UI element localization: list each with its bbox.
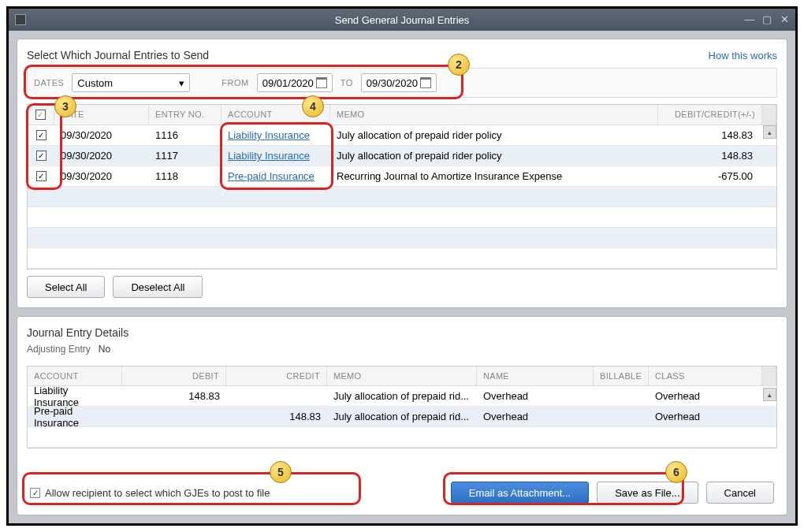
row-entry: 1117 (149, 150, 221, 162)
window-title: Send General Journal Entries (335, 14, 470, 26)
col-memo[interactable]: MEMO (330, 105, 658, 125)
panel-title: Select Which Journal Entries to Send (27, 49, 209, 61)
dates-label: DATES (34, 78, 64, 87)
callout-6: 6 (665, 461, 687, 483)
calendar-icon[interactable] (316, 77, 327, 88)
entries-grid-header: ✓ DATE ENTRY NO. ACCOUNT MEMO DEBIT/CRED… (28, 105, 776, 125)
empty-row (28, 228, 776, 248)
dcol-debit[interactable]: DEBIT (122, 366, 226, 385)
callout-5: 5 (270, 461, 292, 483)
account-link[interactable]: Pre-paid Insurance (228, 170, 315, 182)
row-memo: Recurring Journal to Amortize Insurance … (330, 170, 658, 182)
detail-row[interactable]: Liability Insurance 148.83 July allocati… (28, 386, 776, 407)
empty-row (28, 248, 776, 269)
chevron-down-icon: ▾ (179, 77, 184, 89)
row-dc: 148.83 (658, 129, 762, 141)
date-range-value: Custom (77, 77, 113, 89)
close-icon[interactable]: ✕ (776, 12, 792, 26)
row-dc: 148.83 (658, 150, 762, 162)
select-all-button[interactable]: Select All (27, 276, 105, 298)
entry-row[interactable]: ✓ 09/30/2020 1118 Pre-paid Insurance Rec… (28, 166, 776, 187)
callout-2: 2 (448, 54, 470, 76)
scroll-up-icon[interactable]: ▴ (763, 125, 776, 139)
row-checkbox[interactable]: ✓ (36, 130, 47, 140)
entry-row[interactable]: ✓ 09/30/2020 1117 Liability Insurance Ju… (28, 146, 776, 166)
titlebar: Send General Journal Entries — ▢ ✕ (9, 9, 795, 31)
to-date-input[interactable]: 09/30/2020 (361, 73, 437, 92)
minimize-icon[interactable]: — (742, 12, 757, 26)
empty-row (28, 187, 776, 207)
from-label: FROM (221, 78, 248, 87)
row-date: 09/30/2020 (54, 129, 149, 141)
dcol-account[interactable]: ACCOUNT (28, 366, 122, 385)
adjusting-label: Adjusting Entry (27, 344, 91, 355)
callout-3: 3 (54, 95, 76, 117)
row-checkbox[interactable]: ✓ (36, 171, 47, 181)
send-entries-panel: Select Which Journal Entries to Send How… (17, 39, 787, 308)
empty-row (28, 207, 776, 228)
adjusting-value: No (99, 344, 110, 355)
drow-memo: July allocation of prepaid rid... (327, 390, 477, 402)
details-title: Journal Entry Details (27, 326, 777, 339)
col-debit-credit[interactable]: DEBIT/CREDIT(+/-) (658, 105, 762, 125)
save-file-button[interactable]: Save as File... (597, 482, 698, 504)
row-memo: July allocation of prepaid rider policy (330, 150, 658, 162)
drow-account: Pre-paid Insurance (28, 405, 122, 429)
email-attachment-button[interactable]: Email as Attachment... (451, 482, 589, 504)
from-date-input[interactable]: 09/01/2020 (257, 73, 333, 92)
empty-row (28, 427, 776, 448)
to-label: TO (341, 78, 353, 87)
drow-class: Overhead (649, 411, 762, 422)
entry-row[interactable]: ✓ 09/30/2020 1116 Liability Insurance Ju… (28, 125, 776, 146)
app-icon (15, 14, 26, 25)
deselect-all-button[interactable]: Deselect All (113, 276, 203, 298)
allow-recipient-label: Allow recipient to select which GJEs to … (45, 487, 270, 499)
date-range-dropdown[interactable]: Custom ▾ (72, 73, 190, 92)
allow-recipient-checkbox[interactable]: ✓ (30, 488, 40, 498)
calendar-icon[interactable] (420, 77, 431, 88)
scroll-up-icon[interactable]: ▴ (763, 388, 776, 401)
row-date: 09/30/2020 (54, 170, 149, 182)
from-date-value: 09/01/2020 (262, 77, 314, 89)
dcol-name[interactable]: NAME (477, 366, 594, 385)
help-link[interactable]: How this works (709, 50, 777, 61)
to-date-value: 09/30/2020 (367, 77, 418, 89)
row-checkbox[interactable]: ✓ (36, 151, 47, 161)
app-window: Send General Journal Entries — ▢ ✕ Selec… (6, 6, 798, 526)
date-filter-row: DATES Custom ▾ FROM 09/01/2020 TO 09/30/… (27, 68, 777, 98)
entries-grid: ✓ DATE ENTRY NO. ACCOUNT MEMO DEBIT/CRED… (27, 104, 777, 270)
dcol-billable[interactable]: BILLABLE (594, 366, 649, 385)
details-panel: Journal Entry Details Adjusting Entry No… (17, 316, 787, 515)
row-entry: 1116 (149, 129, 221, 141)
row-memo: July allocation of prepaid rider policy (330, 129, 658, 141)
row-date: 09/30/2020 (54, 150, 149, 162)
cancel-button[interactable]: Cancel (706, 482, 774, 504)
details-grid: ACCOUNT DEBIT CREDIT MEMO NAME BILLABLE … (27, 366, 777, 448)
detail-row[interactable]: Pre-paid Insurance 148.83 July allocatio… (28, 407, 776, 427)
maximize-icon[interactable]: ▢ (759, 12, 775, 26)
account-link[interactable]: Liability Insurance (228, 129, 310, 141)
drow-class: Overhead (649, 390, 762, 402)
drow-name: Overhead (477, 390, 594, 402)
dcol-credit[interactable]: CREDIT (226, 366, 327, 385)
dcol-memo[interactable]: MEMO (327, 366, 477, 385)
callout-4: 4 (302, 95, 324, 117)
row-entry: 1118 (149, 170, 221, 182)
drow-memo: July allocation of prepaid rid... (327, 411, 477, 422)
row-dc: -675.00 (658, 170, 762, 182)
drow-credit: 148.83 (226, 411, 327, 422)
drow-name: Overhead (477, 411, 594, 422)
drow-debit: 148.83 (122, 390, 226, 402)
col-entry[interactable]: ENTRY NO. (149, 105, 221, 125)
account-link[interactable]: Liability Insurance (228, 150, 310, 162)
header-checkbox[interactable]: ✓ (35, 110, 46, 120)
dcol-class[interactable]: CLASS (649, 366, 762, 385)
